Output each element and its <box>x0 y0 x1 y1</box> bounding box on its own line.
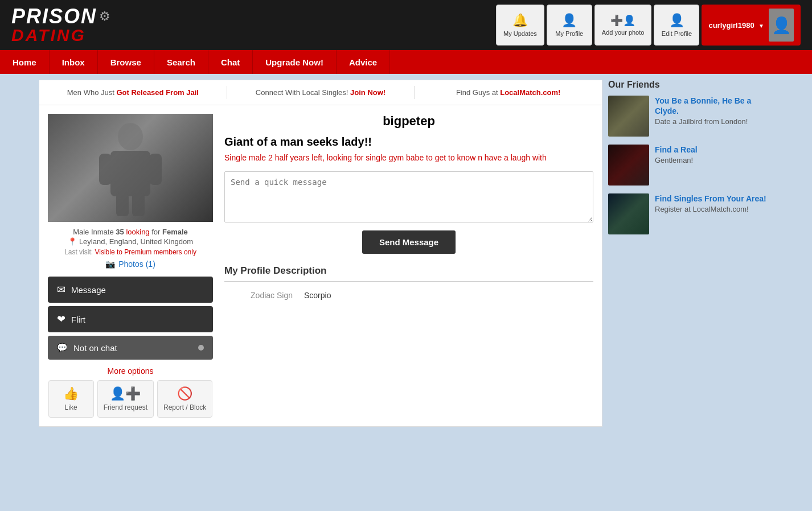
logo-dating: DATING <box>11 27 110 44</box>
report-label: Report / Block <box>163 403 206 411</box>
profile-sidebar: Male Inmate 35 looking for Female 📍 Leyl… <box>48 114 213 418</box>
chat-status-button[interactable]: 💬 Not on chat <box>48 336 213 360</box>
logo-handcuffs-icon: ⚙ <box>99 10 110 23</box>
flirt-button[interactable]: ❤ Flirt <box>48 306 213 332</box>
nav-home[interactable]: Home <box>0 50 50 74</box>
banner-text-3: Find Guys at <box>456 88 500 97</box>
nav-search[interactable]: Search <box>154 50 208 74</box>
my-profile-button[interactable]: 👤 My Profile <box>547 5 592 46</box>
profile-photo-image <box>48 114 213 222</box>
report-block-button[interactable]: 🚫 Report / Block <box>157 380 212 418</box>
svg-point-0 <box>118 123 143 150</box>
like-icon: 👍 <box>63 386 79 401</box>
friend-request-button[interactable]: 👤➕ Friend request <box>97 380 154 418</box>
photos-link[interactable]: 📷 Photos (1) <box>48 259 213 269</box>
last-visit-link[interactable]: Visible to Premium members only <box>95 248 196 256</box>
logo: PRISON ⚙ DATING <box>11 6 110 44</box>
profile-content: Male Inmate 35 looking for Female 📍 Leyl… <box>39 105 602 426</box>
profile-photo <box>48 114 213 222</box>
more-options-title: More options <box>48 366 213 376</box>
friend-info-3: Find Singles From Your Area! Register at… <box>655 193 773 213</box>
friend-desc-2: Gentleman! <box>655 156 773 164</box>
friend-photo-3 <box>608 193 649 234</box>
friend-card-1: You Be a Bonnie, He Be a Clyde. Date a J… <box>608 96 773 137</box>
message-icon: ✉ <box>57 283 65 296</box>
avatar: 👤 <box>769 9 794 42</box>
profile-icon: 👤 <box>561 13 577 28</box>
bell-icon: 🔔 <box>512 13 528 28</box>
send-message-button[interactable]: Send Message <box>362 230 456 254</box>
nav-chat[interactable]: Chat <box>208 50 253 74</box>
zodiac-row: Zodiac Sign Scorpio <box>224 289 593 302</box>
add-photo-icon: ➕👤 <box>610 14 635 27</box>
banner-item-2: Connect With Local Singles! Join Now! <box>227 86 415 99</box>
camera-icon: 📷 <box>105 259 115 269</box>
svg-rect-2 <box>99 154 112 185</box>
banner-link-2[interactable]: Join Now! <box>350 88 386 97</box>
friend-photo-2 <box>608 145 649 186</box>
svg-rect-5 <box>132 193 145 216</box>
friend-request-label: Friend request <box>104 403 147 411</box>
logo-prison: PRISON <box>11 6 97 27</box>
my-profile-label: My Profile <box>555 30 583 37</box>
banner-text-1: Men Who Just <box>67 88 117 97</box>
zodiac-label: Zodiac Sign <box>224 291 293 300</box>
like-label: Like <box>65 403 77 411</box>
flirt-btn-label: Flirt <box>71 315 85 324</box>
message-button[interactable]: ✉ Message <box>48 277 213 303</box>
more-options: More options 👍 Like 👤➕ Friend request <box>48 366 213 418</box>
profile-main: bigpetep Giant of a man seeks lady!! Sin… <box>224 114 593 418</box>
friend-name-3[interactable]: Find Singles From Your Area! <box>655 194 766 203</box>
nav-advice[interactable]: Advice <box>337 50 390 74</box>
username-label: curlygirl1980 <box>708 21 754 30</box>
chat-btn-label: Not on chat <box>73 343 117 353</box>
friend-name-1[interactable]: You Be a Bonnie, He Be a Clyde. <box>655 96 751 116</box>
friend-photo-bg-1 <box>608 96 649 137</box>
svg-rect-3 <box>149 154 162 185</box>
main-wrapper: Men Who Just Got Released From Jail Conn… <box>33 74 779 432</box>
profile-username: bigpetep <box>224 114 593 129</box>
report-icon: 🚫 <box>177 386 192 401</box>
add-photo-button[interactable]: ➕👤 Add your photo <box>594 5 652 46</box>
nav-upgrade[interactable]: Upgrade Now! <box>253 50 337 74</box>
header: PRISON ⚙ DATING 🔔 My Updates 👤 My Profil… <box>0 0 812 50</box>
like-button[interactable]: 👍 Like <box>48 380 94 418</box>
edit-profile-icon: 👤 <box>669 13 684 28</box>
profile-description: Single male 2 half years left, looking f… <box>224 153 593 162</box>
edit-profile-label: Edit Profile <box>662 30 692 37</box>
banner-link-3[interactable]: LocalMatch.com! <box>500 88 560 97</box>
friend-photo-1 <box>608 96 649 137</box>
profile-location: 📍 Leyland, England, United Kingdom <box>48 237 213 246</box>
chat-status-dot <box>198 345 204 351</box>
dropdown-arrow-icon: ▼ <box>758 23 764 29</box>
quick-message-input[interactable] <box>224 171 593 222</box>
friend-info-1: You Be a Bonnie, He Be a Clyde. Date a J… <box>655 96 773 126</box>
banner-bar: Men Who Just Got Released From Jail Conn… <box>39 80 602 105</box>
flirt-icon: ❤ <box>57 313 65 325</box>
friend-card-2: Find a Real Gentleman! <box>608 145 773 186</box>
location-pin-icon: 📍 <box>68 237 77 246</box>
banner-link-1[interactable]: Got Released From Jail <box>116 88 199 97</box>
banner-item-3: Find Guys at LocalMatch.com! <box>415 86 602 99</box>
banner-text-2: Connect With Local Singles! <box>256 88 350 97</box>
friend-card-3: Find Singles From Your Area! Register at… <box>608 193 773 234</box>
chat-icon: 💬 <box>57 343 68 353</box>
friend-name-2[interactable]: Find a Real <box>655 145 698 154</box>
profile-last-visit: Last visit: Visible to Premium members o… <box>48 248 213 256</box>
friend-add-icon: 👤➕ <box>110 386 141 401</box>
svg-rect-4 <box>116 193 129 216</box>
profile-info-gender: Male Inmate 35 looking for Female <box>48 228 213 236</box>
nav-browse[interactable]: Browse <box>98 50 154 74</box>
user-menu-button[interactable]: curlygirl1980 ▼ 👤 <box>702 5 801 46</box>
friend-photo-bg-3 <box>608 193 649 234</box>
my-updates-button[interactable]: 🔔 My Updates <box>496 5 544 46</box>
more-options-buttons: 👍 Like 👤➕ Friend request 🚫 Report / Bloc… <box>48 380 213 418</box>
description-section-title: My Profile Description <box>224 265 593 282</box>
nav-inbox[interactable]: Inbox <box>50 50 98 74</box>
edit-profile-button[interactable]: 👤 Edit Profile <box>654 5 699 46</box>
right-sidebar: Our Friends You Be a Bonnie, He Be a Cly… <box>608 80 773 427</box>
navbar: Home Inbox Browse Search Chat Upgrade No… <box>0 50 812 74</box>
our-friends-title: Our Friends <box>608 80 773 90</box>
profile-description-section: My Profile Description Zodiac Sign Scorp… <box>224 265 593 302</box>
my-updates-label: My Updates <box>503 30 537 37</box>
